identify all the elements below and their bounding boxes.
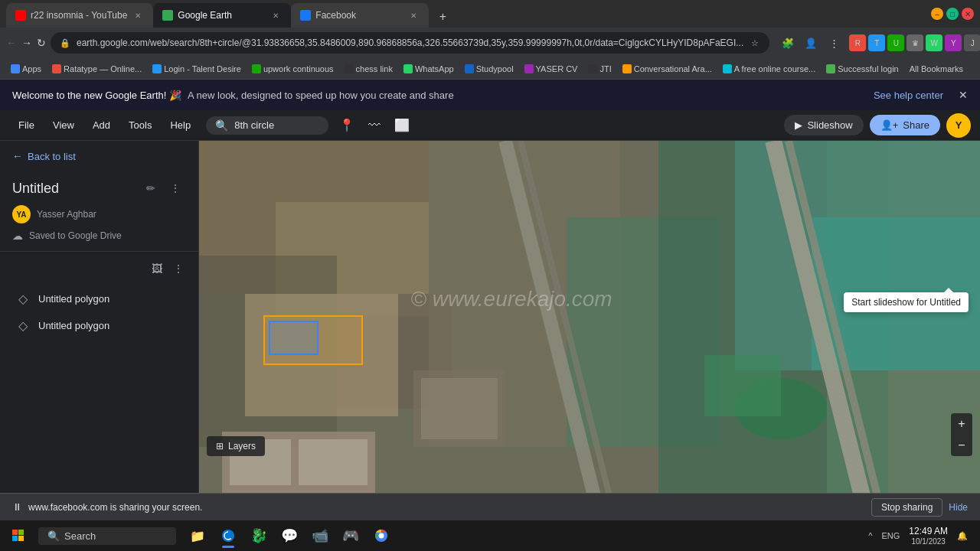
close-button[interactable]: ✕ (962, 8, 974, 20)
menu-file[interactable]: File (9, 115, 44, 135)
zoom-in-button[interactable]: + (951, 413, 972, 435)
ext-yaser[interactable]: Y (945, 34, 962, 51)
search-box[interactable]: 🔍 8th circle (206, 116, 328, 135)
taskbar-app-unknown2[interactable]: 💬 (276, 522, 303, 549)
bookmark-whatsapp[interactable]: WhatsApp (399, 63, 459, 75)
tab-earth[interactable]: Google Earth ✕ (153, 3, 291, 28)
bookmark-studypool[interactable]: Studypool (460, 63, 518, 75)
address-bar-row: ← → ↻ 🔒 earth.google.com/web/search/8th+… (0, 28, 980, 58)
new-tab-button[interactable]: + (432, 6, 453, 28)
bookmark-chess[interactable]: chess link (340, 63, 397, 75)
maximize-button[interactable]: □ (946, 8, 959, 20)
map-area[interactable]: © www.eurekajo.com ⊞ Layers + − Start sl… (199, 141, 980, 493)
bookmark-favicon-success (826, 64, 835, 73)
back-button[interactable]: ← (6, 32, 17, 54)
forward-button[interactable]: → (21, 32, 32, 54)
taskbar-chrome[interactable] (368, 522, 395, 549)
tab-close-facebook[interactable]: ✕ (407, 9, 420, 21)
layers-icon: ⊞ (216, 441, 224, 452)
tab-youtube[interactable]: r22 insomnia - YouTube ✕ (6, 3, 153, 28)
ext-upwork[interactable]: U (887, 34, 904, 51)
see-help-center-link[interactable]: See help center (874, 90, 943, 101)
tab-close-youtube[interactable]: ✕ (132, 9, 144, 21)
all-bookmarks-button[interactable]: All Bookmarks (905, 63, 968, 75)
sidebar-item-polygon2[interactable]: ◇ Untitled polygon (3, 312, 195, 339)
polygon2-label: Untitled polygon (38, 320, 109, 331)
stop-sharing-button[interactable]: Stop sharing (871, 498, 942, 517)
bookmark-upwork[interactable]: upwork continuous (247, 63, 338, 75)
bookmarks-bar: Apps Ratatype — Online... Login - Talent… (0, 58, 980, 80)
taskbar-file-explorer[interactable]: 📁 (184, 522, 211, 549)
taskbar-right: ^ ENG 12:49 AM 10/1/2023 🔔 (865, 524, 977, 547)
back-to-list-link[interactable]: ← Back to list (0, 141, 198, 171)
welcome-title: Welcome to the new Google Earth! 🎉 (12, 90, 181, 101)
taskbar-edge[interactable] (214, 522, 242, 549)
taskbar-search-icon: 🔍 (47, 530, 60, 542)
bookmark-ratatype[interactable]: Ratatype — Online... (47, 63, 146, 75)
start-button[interactable] (3, 520, 34, 551)
ext-ratatype[interactable]: R (849, 34, 866, 51)
sidebar-item-polygon1[interactable]: ◇ Untitled polygon (3, 285, 195, 312)
minimize-button[interactable]: – (931, 8, 943, 20)
user-avatar-button[interactable]: Y (946, 113, 971, 138)
taskbar-app-camera[interactable]: 📹 (306, 522, 334, 549)
ext-whatsapp[interactable]: W (926, 34, 942, 51)
edit-project-button[interactable]: ✏ (140, 178, 162, 199)
layers-label: Layers (228, 441, 256, 452)
add-media-button[interactable]: 🖼 (146, 258, 168, 279)
bookmark-jti[interactable]: JTI (583, 63, 616, 75)
polygon2-icon: ◇ (15, 318, 31, 333)
layers-button[interactable]: ⊞ Layers (207, 436, 265, 456)
bookmark-star-icon[interactable]: ☆ (748, 36, 762, 50)
bookmark-label-success: Successful login (838, 64, 899, 73)
window-controls: – □ ✕ (931, 8, 974, 20)
bookmark-free[interactable]: A free online course... (718, 63, 820, 75)
bookmark-login[interactable]: Login - Talent Desire (148, 63, 246, 75)
lock-icon: 🔒 (58, 36, 72, 50)
reload-button[interactable]: ↻ (37, 32, 46, 54)
map-satellite-view: © www.eurekajo.com ⊞ Layers + − Start sl… (199, 141, 980, 493)
taskbar: 🔍 Search 📁 🐉 💬 📹 🎮 (0, 520, 980, 551)
banner-close-button[interactable]: ✕ (959, 89, 968, 101)
taskbar-date: 10/1/2023 (911, 537, 946, 546)
more-project-button[interactable]: ⋮ (165, 178, 186, 199)
more-options-button[interactable]: ⋮ (823, 32, 844, 54)
extensions-button[interactable]: 🧩 (777, 32, 799, 54)
taskbar-search-box[interactable]: 🔍 Search (38, 527, 176, 545)
bookmark-conv[interactable]: Conversational Ara... (618, 63, 717, 75)
ruler-tool-button[interactable]: ⬜ (390, 113, 414, 138)
bookmark-label-free: A free online course... (734, 64, 815, 73)
pin-tool-button[interactable]: 📍 (335, 113, 359, 138)
taskbar-clock[interactable]: 12:49 AM 10/1/2023 (906, 524, 951, 547)
bookmark-label-yaser: YASER CV (536, 64, 578, 73)
more-section-button[interactable]: ⋮ (168, 258, 189, 279)
ext-jti[interactable]: J (964, 34, 980, 51)
measure-tool-button[interactable]: 〰 (362, 113, 387, 138)
ext-chess[interactable]: ♛ (906, 34, 923, 51)
bookmark-yaser[interactable]: YASER CV (520, 63, 583, 75)
svg-point-30 (379, 533, 384, 539)
bookmark-success[interactable]: Successful login (822, 63, 903, 75)
menu-add[interactable]: Add (83, 115, 119, 135)
taskbar-system-tray-expand[interactable]: ^ (865, 530, 875, 542)
hide-sharing-bar-button[interactable]: Hide (949, 502, 968, 513)
menu-tools[interactable]: Tools (119, 115, 161, 135)
tab-title-earth: Google Earth (178, 10, 265, 21)
zoom-out-button[interactable]: − (951, 435, 972, 456)
bookmark-apps[interactable]: Apps (6, 63, 46, 75)
taskbar-notification[interactable]: 🔔 (954, 530, 971, 543)
windows-logo-icon (12, 530, 24, 542)
address-bar[interactable]: 🔒 earth.google.com/web/search/8th+circle… (51, 32, 769, 54)
taskbar-steam[interactable]: 🎮 (337, 522, 364, 549)
ext-talent[interactable]: T (868, 34, 885, 51)
profile-button[interactable]: 👤 (800, 32, 822, 54)
slideshow-button[interactable]: ▶ Slideshow (784, 115, 863, 135)
menu-help[interactable]: Help (161, 115, 200, 135)
main-content: ← Back to list Untitled ✏ ⋮ YA Yasser Ag… (0, 141, 980, 493)
taskbar-eng-lang[interactable]: ENG (878, 530, 903, 542)
tab-close-earth[interactable]: ✕ (270, 9, 282, 21)
menu-view[interactable]: View (44, 115, 83, 135)
tab-facebook[interactable]: Facebook ✕ (291, 3, 429, 28)
share-button[interactable]: 👤+ Share (870, 115, 940, 135)
taskbar-app-unknown1[interactable]: 🐉 (245, 522, 273, 549)
